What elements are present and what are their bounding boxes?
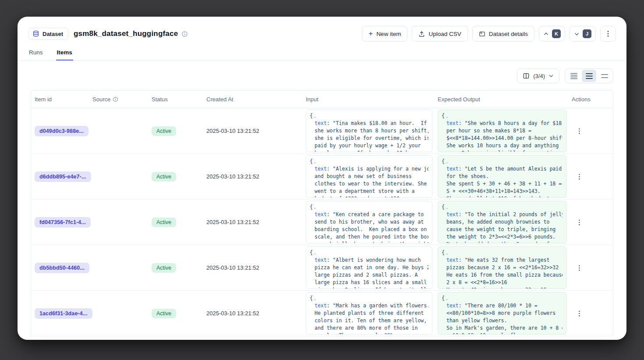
columns-icon (523, 72, 530, 79)
dataset-type-badge: Dataset (28, 28, 68, 40)
input-json-preview[interactable]: {⌄text: "Tina makes $18.00 an hour. Ifsh… (306, 110, 432, 152)
created-at-value: 2025-03-10 13:21:52 (203, 219, 302, 225)
column-header-status[interactable]: Status (148, 96, 203, 103)
columns-count-label: (3/4) (533, 73, 545, 79)
table-row[interactable]: d049d0c3-988e... Active 2025-03-10 13:21… (31, 108, 613, 154)
shortcut-key-badge: J (583, 29, 591, 38)
header-actions: + New item Upload CSV Dataset details (362, 26, 616, 42)
rows-medium-icon[interactable] (582, 70, 596, 82)
expected-output-json-preview[interactable]: {⌄text: "Let S be the amount Alexis paid… (438, 155, 566, 198)
column-header-created-at[interactable]: Created At (203, 96, 302, 103)
status-badge: Active (152, 172, 176, 182)
column-header-source[interactable]: Source (89, 96, 148, 103)
status-badge: Active (152, 309, 176, 318)
item-id-pill[interactable]: 1acd6f31-3dae-4... (35, 308, 92, 319)
item-id-pill[interactable]: d049d0c3-988e... (35, 126, 88, 136)
table-header-row: Item id Source Status Created At Input E… (31, 91, 613, 108)
chevron-down-icon (548, 73, 554, 78)
rows-large-icon[interactable] (597, 70, 612, 82)
created-at-value: 2025-03-10 13:21:52 (203, 128, 302, 134)
columns-selector-button[interactable]: (3/4) (517, 68, 559, 83)
rows-compact-icon[interactable] (566, 70, 581, 82)
page-header: Dataset gsm8k_dataset_huggingface + New … (28, 24, 616, 44)
new-item-button[interactable]: + New item (362, 26, 407, 42)
page-title: gsm8k_dataset_huggingface (74, 29, 178, 38)
column-header-actions: Actions (568, 96, 613, 103)
created-at-value: 2025-03-10 13:21:52 (203, 264, 302, 271)
table-row[interactable]: fd047356-7fc1-4... Active 2025-03-10 13:… (31, 200, 613, 245)
input-json-preview[interactable]: {⌄text: "Mark has a garden with flowers.… (306, 292, 432, 335)
expected-output-json-preview[interactable]: {⌄text: "To the initial 2 pounds of jell… (438, 201, 566, 243)
more-actions-button[interactable]: ⋮ (600, 26, 616, 42)
tab-items[interactable]: Items (56, 47, 73, 61)
status-badge: Active (152, 126, 176, 136)
tab-runs[interactable]: Runs (28, 47, 44, 61)
previous-item-button[interactable]: K (539, 26, 565, 42)
info-icon[interactable] (181, 31, 188, 37)
table-controls: (3/4) (31, 68, 613, 83)
column-header-item-id[interactable]: Item id (31, 96, 89, 103)
item-id-pill[interactable]: d6ddb895-e4e7-... (35, 171, 91, 182)
plus-icon: + (368, 30, 373, 37)
input-json-preview[interactable]: {⌄text: "Alexis is applying for a new jo… (306, 155, 432, 198)
table-row[interactable]: 1acd6f31-3dae-4... Active 2025-03-10 13:… (31, 291, 613, 336)
expected-output-json-preview[interactable]: {⌄text: "He eats 32 from the largestpizz… (438, 246, 566, 289)
shortcut-key-badge: K (552, 29, 561, 38)
kebab-icon: ⋮ (605, 30, 612, 37)
desktop-background: { "header": { "badge_label": "Dataset", … (0, 0, 644, 360)
column-header-input[interactable]: Input (302, 96, 434, 103)
row-height-toggle (565, 68, 613, 83)
input-json-preview[interactable]: {⌄text: "Ken created a care package tose… (306, 201, 432, 243)
row-actions-kebab-icon[interactable]: ⋮ (568, 127, 613, 135)
dataset-details-button[interactable]: Dataset details (472, 26, 534, 42)
created-at-value: 2025-03-10 13:21:52 (203, 310, 302, 317)
item-id-pill[interactable]: fd047356-7fc1-4... (35, 217, 91, 228)
chevron-down-icon (574, 31, 580, 37)
info-icon (113, 96, 118, 102)
row-actions-kebab-icon[interactable]: ⋮ (568, 310, 613, 317)
table-body: d049d0c3-988e... Active 2025-03-10 13:21… (31, 108, 613, 336)
row-actions-kebab-icon[interactable]: ⋮ (568, 173, 613, 181)
input-json-preview[interactable]: {⌄text: "Albert is wondering how muchpiz… (306, 246, 432, 289)
tabs-bar: Runs Items (18, 47, 626, 61)
database-icon (32, 30, 39, 37)
status-badge: Active (152, 263, 176, 273)
items-table: Item id Source Status Created At Input E… (31, 90, 613, 336)
status-badge: Active (152, 217, 176, 227)
folder-icon (479, 31, 485, 37)
row-actions-kebab-icon[interactable]: ⋮ (568, 264, 613, 272)
upload-csv-button[interactable]: Upload CSV (412, 26, 467, 42)
expected-output-json-preview[interactable]: {⌄text: "There are 80/100 * 10 =<<80/100… (438, 292, 566, 335)
table-row[interactable]: db5bbd50-4460... Active 2025-03-10 13:21… (31, 245, 613, 291)
item-id-pill[interactable]: db5bbd50-4460... (35, 263, 89, 273)
upload-icon (418, 31, 425, 37)
dataset-page-card: Dataset gsm8k_dataset_huggingface + New … (18, 17, 626, 340)
next-item-button[interactable]: J (570, 26, 596, 42)
column-header-expected-output[interactable]: Expected Output (434, 96, 568, 103)
row-actions-kebab-icon[interactable]: ⋮ (568, 218, 613, 226)
expected-output-json-preview[interactable]: {⌄text: "She works 8 hours a day for $18… (438, 110, 566, 152)
table-row[interactable]: d6ddb895-e4e7-... Active 2025-03-10 13:2… (31, 154, 613, 200)
chevron-up-icon (543, 31, 549, 37)
dataset-badge-label: Dataset (42, 31, 63, 37)
created-at-value: 2025-03-10 13:21:52 (203, 173, 302, 180)
